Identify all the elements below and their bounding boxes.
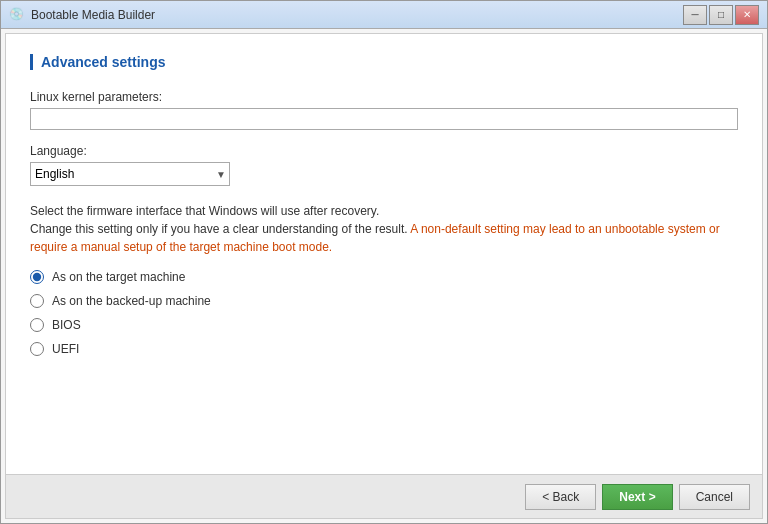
radio-bios[interactable] bbox=[30, 318, 44, 332]
title-bar: 💿 Bootable Media Builder ─ □ ✕ bbox=[1, 1, 767, 29]
radio-item-target[interactable]: As on the target machine bbox=[30, 270, 738, 284]
minimize-button[interactable]: ─ bbox=[683, 5, 707, 25]
button-bar: < Back Next > Cancel bbox=[6, 474, 762, 518]
next-button[interactable]: Next > bbox=[602, 484, 672, 510]
radio-target[interactable] bbox=[30, 270, 44, 284]
radio-uefi[interactable] bbox=[30, 342, 44, 356]
language-group: Language: English French German Spanish … bbox=[30, 144, 738, 186]
main-window: 💿 Bootable Media Builder ─ □ ✕ Advanced … bbox=[0, 0, 768, 524]
section-title: Advanced settings bbox=[30, 54, 738, 70]
language-select-wrapper: English French German Spanish Russian ▼ bbox=[30, 162, 230, 186]
radio-target-label: As on the target machine bbox=[52, 270, 185, 284]
firmware-desc-line1: Select the firmware interface that Windo… bbox=[30, 204, 379, 218]
radio-bios-label: BIOS bbox=[52, 318, 81, 332]
content-area: Advanced settings Linux kernel parameter… bbox=[5, 33, 763, 519]
kernel-params-input[interactable] bbox=[30, 108, 738, 130]
radio-backed-label: As on the backed-up machine bbox=[52, 294, 211, 308]
window-title: Bootable Media Builder bbox=[31, 8, 155, 22]
close-button[interactable]: ✕ bbox=[735, 5, 759, 25]
firmware-radio-group: As on the target machine As on the backe… bbox=[30, 270, 738, 356]
radio-uefi-label: UEFI bbox=[52, 342, 79, 356]
radio-item-bios[interactable]: BIOS bbox=[30, 318, 738, 332]
language-select[interactable]: English French German Spanish Russian bbox=[30, 162, 230, 186]
title-bar-left: 💿 Bootable Media Builder bbox=[9, 7, 155, 23]
cancel-button[interactable]: Cancel bbox=[679, 484, 750, 510]
radio-backed[interactable] bbox=[30, 294, 44, 308]
page-content: Advanced settings Linux kernel parameter… bbox=[6, 34, 762, 474]
firmware-description: Select the firmware interface that Windo… bbox=[30, 202, 738, 256]
radio-item-uefi[interactable]: UEFI bbox=[30, 342, 738, 356]
radio-item-backed[interactable]: As on the backed-up machine bbox=[30, 294, 738, 308]
language-label: Language: bbox=[30, 144, 738, 158]
firmware-desc-line2: Change this setting only if you have a c… bbox=[30, 222, 408, 236]
back-button[interactable]: < Back bbox=[525, 484, 596, 510]
kernel-params-label: Linux kernel parameters: bbox=[30, 90, 738, 104]
window-controls: ─ □ ✕ bbox=[683, 5, 759, 25]
restore-button[interactable]: □ bbox=[709, 5, 733, 25]
kernel-params-group: Linux kernel parameters: bbox=[30, 90, 738, 130]
app-icon: 💿 bbox=[9, 7, 25, 23]
